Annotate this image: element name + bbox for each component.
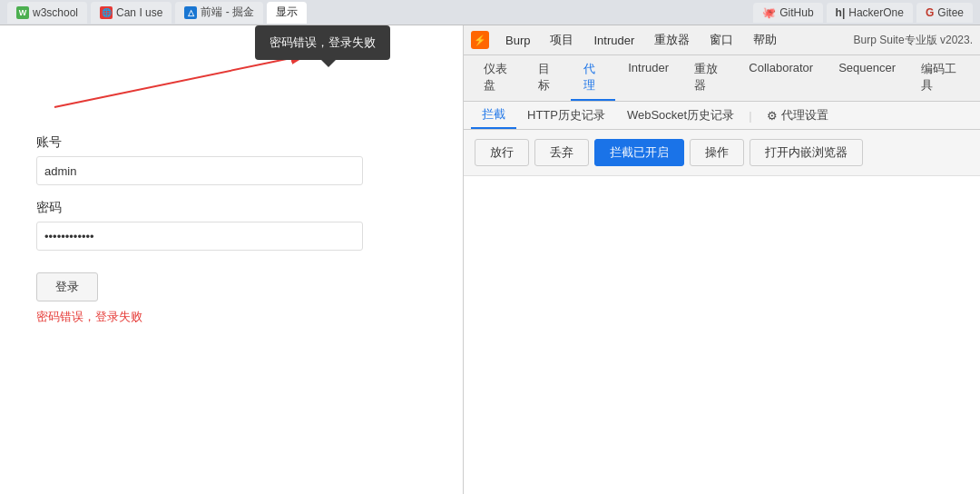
annotation-arrow [0,25,463,116]
subtab-divider: | [749,109,751,123]
menu-burp[interactable]: Burp [496,31,539,50]
error-message: 密码错误，登录失败 [36,309,363,325]
burp-actions: 放行 丢弃 拦截已开启 操作 打开内嵌浏览器 [464,130,980,176]
account-label: 账号 [36,134,363,151]
subtab-intercept[interactable]: 拦截 [471,102,516,129]
burp-logo: ⚡ [471,31,489,49]
tab-caniuse[interactable]: 🌐 Can I use [91,2,172,24]
main-area: 密码错误，登录失败 账号 密码 登录 密码错误，登录失败 [0,25,980,494]
login-panel: 密码错误，登录失败 账号 密码 登录 密码错误，登录失败 [0,25,463,494]
tab-sequencer[interactable]: Sequencer [826,55,908,101]
tooltip-text: 密码错误，登录失败 [270,35,376,49]
menu-repeater[interactable]: 重放器 [645,29,699,51]
tab-burp[interactable]: 显示 [267,2,307,24]
burp-content-area [464,176,980,494]
password-label: 密码 [36,200,363,216]
btn-action[interactable]: 操作 [690,139,744,166]
login-form-area: 账号 密码 登录 密码错误，登录失败 [36,134,363,325]
btn-drop[interactable]: 丢弃 [534,139,589,166]
menu-project[interactable]: 项目 [541,29,583,51]
burp-menubar: ⚡ Burp 项目 Intruder 重放器 窗口 帮助 Burp Suite专… [464,25,980,55]
tab-gitee[interactable]: G Gitee [916,3,973,23]
menu-help[interactable]: 帮助 [744,29,786,51]
tab-repeater[interactable]: 重放器 [681,55,736,101]
subtab-http-history[interactable]: HTTP历史记录 [516,103,616,128]
burp-panel: ⚡ Burp 项目 Intruder 重放器 窗口 帮助 Burp Suite专… [463,25,980,494]
tooltip-overlay: 密码错误，登录失败 [255,25,390,60]
tab-frontend[interactable]: △ 前端 - 掘金 [175,2,263,24]
browser-chrome: W w3school 🌐 Can I use △ 前端 - 掘金 显示 🐙 Gi… [0,0,980,25]
tab-intruder[interactable]: Intruder [615,55,681,101]
caniuse-icon: 🌐 [100,6,113,19]
btn-forward[interactable]: 放行 [475,139,529,166]
gitee-icon: G [926,6,934,19]
burp-subtabbar: 拦截 HTTP历史记录 WebSocket历史记录 | ⚙ 代理设置 [464,102,980,130]
tab-collaborator[interactable]: Collaborator [736,55,826,101]
password-input[interactable] [36,222,363,251]
burp-title: Burp Suite专业版 v2023. [854,33,973,48]
burp-tabbar: 仪表盘 目标 代理 Intruder 重放器 Collaborator Sequ… [464,55,980,102]
login-button[interactable]: 登录 [36,272,98,301]
btn-open-browser[interactable]: 打开内嵌浏览器 [750,139,863,166]
tab-w3school[interactable]: W w3school [7,2,87,24]
menu-window[interactable]: 窗口 [701,29,742,51]
btn-intercept-toggle[interactable]: 拦截已开启 [594,139,684,166]
w3school-icon: W [16,6,29,19]
burp-tab-label: 显示 [276,5,298,20]
tab-hackerone[interactable]: h| HackerOne [827,3,913,23]
account-group: 账号 [36,134,363,185]
hackerone-icon: h| [836,6,846,19]
settings-icon: ⚙ [767,109,778,123]
frontend-icon: △ [184,6,197,19]
tab-proxy[interactable]: 代理 [571,55,616,101]
github-icon: 🐙 [762,6,776,19]
account-input[interactable] [36,156,363,185]
tab-encoder[interactable]: 编码工具 [908,55,973,101]
subtab-proxy-settings[interactable]: ⚙ 代理设置 [756,103,839,128]
tab-dashboard[interactable]: 仪表盘 [471,55,525,101]
tab-github[interactable]: 🐙 GitHub [753,3,822,23]
subtab-websocket-history[interactable]: WebSocket历史记录 [616,103,745,128]
menu-intruder[interactable]: Intruder [584,31,643,50]
password-group: 密码 [36,200,363,251]
tab-target[interactable]: 目标 [525,55,571,101]
svg-line-1 [54,54,309,107]
